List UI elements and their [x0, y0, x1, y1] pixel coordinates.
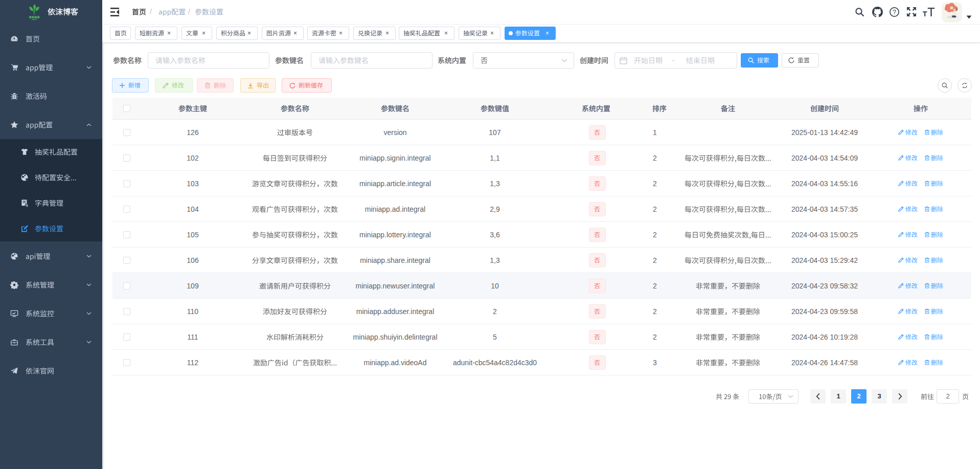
svg-text:?: ? [893, 9, 896, 16]
